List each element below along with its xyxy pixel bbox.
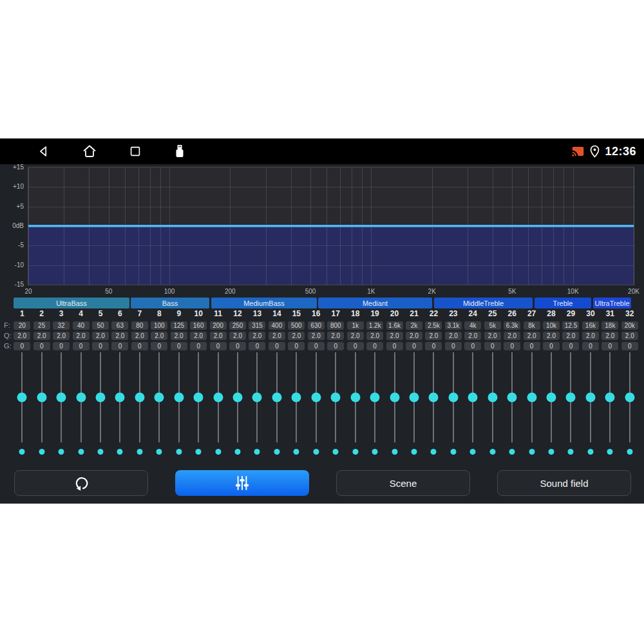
band-slider-knob[interactable]: [272, 393, 281, 402]
band-slider-knob[interactable]: [37, 393, 46, 402]
band-gain-slider[interactable]: [561, 352, 580, 442]
band-q-value: 2.0: [14, 332, 30, 340]
band-slider-knob[interactable]: [17, 393, 27, 402]
eq-band-column: 112002.00: [208, 308, 227, 460]
band-gain-slider[interactable]: [32, 352, 51, 442]
band-slider-knob[interactable]: [95, 393, 105, 402]
band-gain-slider[interactable]: [483, 352, 502, 442]
band-gain-slider[interactable]: [169, 352, 189, 442]
band-q-value: 2.0: [53, 332, 70, 340]
band-group-ultrabass: UltraBass: [14, 298, 129, 308]
band-gain-slider[interactable]: [189, 352, 208, 442]
band-number: 30: [581, 308, 600, 319]
band-slider-knob[interactable]: [468, 393, 478, 402]
band-gain-slider[interactable]: [404, 352, 424, 442]
band-gain-slider[interactable]: [130, 352, 149, 442]
band-gain-slider[interactable]: [307, 352, 326, 442]
band-number: 15: [287, 308, 306, 319]
band-gain-slider[interactable]: [52, 352, 71, 442]
band-gain-slider[interactable]: [424, 352, 443, 442]
eq-band-column: 201.6k2.00: [384, 308, 404, 460]
band-group-mediumbass: MediumBass: [211, 298, 317, 308]
band-gain-slider[interactable]: [522, 352, 541, 442]
eq-band-column: 3322.00: [52, 308, 71, 460]
band-gain-slider[interactable]: [581, 352, 600, 442]
band-slider-knob[interactable]: [566, 393, 576, 402]
band-slider-knob[interactable]: [409, 393, 419, 402]
band-slider-knob[interactable]: [135, 393, 144, 402]
band-gain-slider[interactable]: [365, 352, 384, 442]
band-gain-slider[interactable]: [384, 352, 404, 442]
band-gain-slider[interactable]: [91, 352, 110, 442]
band-slider-knob[interactable]: [311, 393, 321, 402]
band-slider-knob[interactable]: [233, 393, 243, 402]
band-slider-knob[interactable]: [605, 393, 615, 402]
band-gain-slider[interactable]: [228, 352, 247, 442]
home-icon[interactable]: [82, 144, 97, 159]
band-indicator-dot: [254, 449, 260, 455]
band-gain-slider[interactable]: [247, 352, 267, 442]
band-group-middletreble: MiddleTreble: [434, 298, 533, 308]
band-number: 18: [345, 308, 365, 319]
band-gain-slider[interactable]: [502, 352, 522, 442]
band-slider-knob[interactable]: [155, 393, 164, 402]
band-gain-slider[interactable]: [267, 352, 287, 442]
band-slider-knob[interactable]: [331, 393, 341, 402]
band-gain-slider[interactable]: [110, 352, 129, 442]
band-f-value: 12.5: [562, 321, 579, 330]
band-slider-knob[interactable]: [527, 393, 536, 402]
band-q-value: 2.0: [484, 332, 501, 340]
band-slider-knob[interactable]: [174, 393, 184, 402]
band-slider-knob[interactable]: [370, 393, 380, 402]
band-slider-knob[interactable]: [115, 393, 125, 402]
band-gain-slider[interactable]: [600, 352, 620, 442]
reset-button[interactable]: [14, 470, 148, 496]
band-gain-slider[interactable]: [71, 352, 90, 442]
band-gain-slider[interactable]: [208, 352, 227, 442]
band-gain-slider[interactable]: [326, 352, 345, 442]
band-slider-knob[interactable]: [252, 393, 262, 402]
band-gain-slider[interactable]: [287, 352, 306, 442]
band-g-value: 0: [151, 342, 167, 350]
band-gain-slider[interactable]: [463, 352, 482, 442]
eq-band-column: 222.5k2.00: [424, 308, 443, 460]
band-gain-slider[interactable]: [444, 352, 463, 442]
band-gain-slider[interactable]: [542, 352, 561, 442]
band-q-value: 2.0: [171, 332, 187, 340]
band-g-value: 0: [229, 342, 246, 350]
band-number: 23: [444, 308, 463, 319]
band-gain-slider[interactable]: [149, 352, 169, 442]
band-slider-knob[interactable]: [585, 393, 595, 402]
band-slider-knob[interactable]: [194, 393, 204, 402]
sound-field-button[interactable]: Sound field: [497, 470, 631, 496]
band-slider-knob[interactable]: [76, 393, 86, 402]
band-q-value: 2.0: [386, 332, 403, 340]
recents-icon[interactable]: [128, 144, 142, 158]
band-slider-knob[interactable]: [213, 393, 223, 402]
band-slider-knob[interactable]: [547, 393, 556, 402]
band-gain-slider[interactable]: [12, 352, 32, 442]
back-icon[interactable]: [37, 144, 51, 158]
band-number: 29: [561, 308, 580, 319]
x-axis-tick-label: 200: [225, 288, 236, 295]
eq-band-column: 6632.00: [110, 308, 129, 460]
band-gain-slider[interactable]: [620, 352, 639, 442]
equalizer-tab-button[interactable]: [175, 470, 309, 496]
band-f-value: 800: [327, 321, 344, 330]
band-slider-knob[interactable]: [429, 393, 439, 402]
band-q-value: 2.0: [288, 332, 305, 340]
band-slider-knob[interactable]: [390, 393, 399, 402]
band-number: 13: [247, 308, 267, 319]
band-slider-knob[interactable]: [292, 393, 301, 402]
band-slider-knob[interactable]: [57, 393, 66, 402]
scene-button[interactable]: Scene: [336, 470, 470, 496]
band-g-value: 0: [92, 342, 109, 350]
band-gain-slider[interactable]: [345, 352, 365, 442]
band-slider-knob[interactable]: [625, 393, 634, 402]
eq-band-column: 278k2.00: [522, 308, 541, 460]
band-slider-knob[interactable]: [488, 393, 497, 402]
band-slider-knob[interactable]: [350, 393, 360, 402]
band-slider-knob[interactable]: [507, 393, 517, 402]
band-slider-knob[interactable]: [448, 393, 458, 402]
cast-icon: [571, 146, 585, 157]
